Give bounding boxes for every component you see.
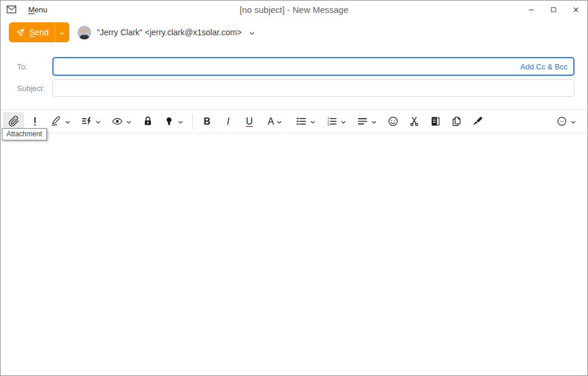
align-button[interactable]: [352, 112, 382, 131]
bold-button[interactable]: B: [196, 112, 218, 131]
read-receipt-button[interactable]: [106, 112, 137, 131]
chevron-down-icon: [340, 118, 346, 125]
subject-input[interactable]: [58, 80, 568, 96]
cut-button[interactable]: [403, 112, 425, 131]
formatting-toolbar: B I U A 1 2: [1, 109, 587, 133]
chevron-down-icon: [249, 29, 255, 36]
send-options-dropdown[interactable]: [55, 22, 69, 42]
chevron-down-icon: [125, 118, 132, 125]
add-cc-bcc-link[interactable]: Add Cc & Bcc: [520, 62, 567, 71]
chevron-down-icon: [177, 118, 183, 125]
bold-icon: B: [203, 117, 211, 126]
copy-button[interactable]: [446, 112, 467, 131]
chevron-down-icon: [276, 118, 283, 125]
window-title: [no subject] - New Message: [1, 5, 587, 15]
bullet-list-icon: [296, 116, 307, 127]
maximize-button[interactable]: [545, 2, 562, 16]
font-icon: A: [268, 117, 274, 126]
address-fields: To: Add Cc & Bcc Subject:: [1, 45, 587, 100]
underline-button[interactable]: U: [239, 112, 260, 131]
chevron-down-icon: [370, 118, 377, 125]
signature-button[interactable]: [45, 112, 76, 131]
from-address: "Jerry Clark" <jerry.clark@x1solar.com>: [97, 28, 242, 37]
to-label: To:: [1, 62, 52, 71]
signature-pen-icon: [51, 116, 62, 127]
align-icon: [357, 116, 368, 127]
chevron-down-icon: [64, 118, 71, 125]
subject-row: Subject:: [1, 79, 587, 97]
toolbar-divider: [192, 114, 193, 129]
bullet-list-button[interactable]: [290, 112, 321, 131]
sender-avatar: [78, 26, 91, 39]
quick-text-icon: [81, 116, 92, 127]
italic-button[interactable]: I: [218, 112, 239, 131]
window-controls: [523, 2, 584, 16]
to-row: To: Add Cc & Bcc: [1, 57, 587, 76]
attachment-tooltip: Attachment: [2, 128, 47, 140]
numbered-list-button[interactable]: 1 2 3: [321, 112, 352, 131]
to-input[interactable]: [58, 58, 520, 75]
encrypt-button[interactable]: [137, 112, 158, 131]
send-button[interactable]: Send: [9, 22, 69, 42]
chevron-down-icon: [570, 118, 576, 125]
scissors-icon: [409, 116, 420, 127]
paperclip-icon: [8, 116, 19, 127]
digital-sign-button[interactable]: [158, 112, 189, 131]
quick-text-button[interactable]: [76, 112, 106, 131]
italic-icon: I: [227, 117, 229, 126]
maximize-icon: [550, 6, 557, 13]
chevron-down-icon: [309, 118, 316, 125]
message-body-editor[interactable]: [1, 133, 587, 375]
eye-icon: [112, 116, 123, 127]
subject-field[interactable]: [52, 79, 574, 97]
emoji-button[interactable]: [382, 112, 403, 131]
underline-icon: U: [246, 117, 253, 126]
send-row: Send "Jerry Clark" <jerry.clark@x1solar.…: [1, 18, 587, 45]
send-icon: [15, 28, 25, 38]
send-label: Send: [29, 28, 49, 37]
copy-icon: [451, 116, 462, 127]
new-message-window: Menu [no subject] - New Message Send: [0, 0, 588, 376]
exclamation-icon: [29, 116, 41, 127]
subject-label: Subject:: [1, 84, 52, 93]
numbered-list-icon: 1 2 3: [326, 116, 338, 127]
font-format-button[interactable]: A: [260, 112, 290, 131]
more-options-button[interactable]: [551, 112, 582, 131]
to-field[interactable]: Add Cc & Bcc: [52, 57, 574, 76]
smiley-icon: [387, 116, 399, 127]
paste-button[interactable]: [425, 112, 446, 131]
minimize-icon: [528, 6, 534, 13]
title-bar: Menu [no subject] - New Message: [1, 1, 587, 18]
ellipsis-circle-icon: [556, 116, 567, 127]
envelope-icon: [6, 5, 16, 14]
seal-icon: [163, 116, 175, 127]
chevron-down-icon: [59, 29, 65, 36]
lock-icon: [142, 116, 153, 127]
minimize-button[interactable]: [523, 2, 539, 16]
svg-text:3: 3: [328, 123, 329, 126]
format-painter-button[interactable]: [467, 112, 488, 131]
paste-icon: [430, 116, 441, 127]
close-icon: [573, 6, 579, 13]
chevron-down-icon: [95, 118, 101, 125]
close-button[interactable]: [567, 2, 584, 16]
from-dropdown[interactable]: [249, 29, 255, 36]
menu-button[interactable]: Menu: [28, 5, 48, 14]
paintbrush-icon: [472, 116, 483, 127]
